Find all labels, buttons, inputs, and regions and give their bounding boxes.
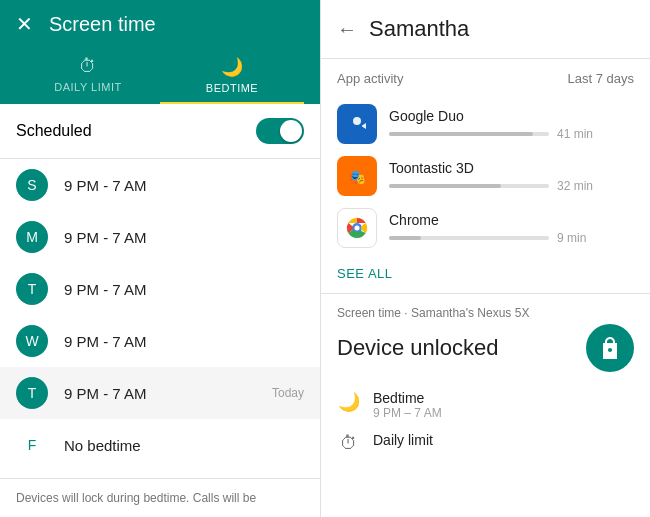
day-circle-s1: S — [16, 169, 48, 201]
day-row[interactable]: M 9 PM - 7 AM — [0, 211, 320, 263]
profile-name: Samantha — [369, 16, 469, 42]
app-item-duo[interactable]: Google Duo 41 min — [337, 98, 634, 150]
day-time-s1: 9 PM - 7 AM — [64, 177, 304, 194]
day-time-f: No bedtime — [64, 437, 304, 454]
app-info-chrome: Chrome 9 min — [389, 212, 634, 245]
scheduled-row: Scheduled — [0, 104, 320, 159]
tab-bedtime[interactable]: 🌙 BEDTIME — [160, 48, 304, 104]
moon-detail-icon: 🌙 — [337, 391, 361, 413]
footer-text: Devices will lock during bedtime. Calls … — [0, 478, 320, 517]
toontastic-icon: 🎭 — [337, 156, 377, 196]
svg-point-1 — [353, 117, 361, 125]
left-panel: ✕ Screen time ⏱ DAILY LIMIT 🌙 BEDTIME Sc… — [0, 0, 320, 517]
duo-icon — [337, 104, 377, 144]
detail-row-bedtime: 🌙 Bedtime 9 PM – 7 AM — [337, 384, 634, 426]
tab-daily-limit[interactable]: ⏱ DAILY LIMIT — [16, 48, 160, 104]
day-circle-f: F — [16, 429, 48, 461]
tab-daily-label: DAILY LIMIT — [54, 81, 121, 93]
app-time-toontastic: 32 min — [557, 179, 593, 193]
day-time-w: 9 PM - 7 AM — [64, 333, 304, 350]
svg-point-7 — [355, 226, 360, 231]
day-row[interactable]: S 9 PM - 7 AM — [0, 159, 320, 211]
device-details: 🌙 Bedtime 9 PM – 7 AM ⏱ Daily limit — [337, 384, 634, 460]
app-item-toontastic[interactable]: 🎭 Toontastic 3D 32 min — [337, 150, 634, 202]
bedtime-value: 9 PM – 7 AM — [373, 406, 442, 420]
toggle-thumb — [280, 120, 302, 142]
day-time-m: 9 PM - 7 AM — [64, 229, 304, 246]
back-arrow-icon[interactable]: ← — [337, 18, 357, 41]
moon-icon: 🌙 — [221, 56, 244, 78]
day-circle-w: W — [16, 325, 48, 357]
app-name-chrome: Chrome — [389, 212, 634, 228]
app-time-duo: 41 min — [557, 127, 593, 141]
svg-text:🎭: 🎭 — [349, 169, 367, 186]
app-item-chrome[interactable]: Chrome 9 min — [337, 202, 634, 254]
day-row[interactable]: S No bedtime — [0, 471, 320, 478]
app-name-duo: Google Duo — [389, 108, 634, 124]
device-section: Screen time · Samantha's Nexus 5X Device… — [321, 293, 650, 517]
app-activity-section: App activity Last 7 days Google Duo 41 m… — [321, 59, 650, 254]
scheduled-label: Scheduled — [16, 122, 92, 140]
app-info-duo: Google Duo 41 min — [389, 108, 634, 141]
screen-time-title: Screen time — [49, 13, 156, 36]
detail-row-daily: ⏱ Daily limit — [337, 426, 634, 460]
app-name-toontastic: Toontastic 3D — [389, 160, 634, 176]
app-activity-label: App activity — [337, 71, 403, 86]
daily-label: Daily limit — [373, 432, 433, 448]
unlock-icon[interactable] — [586, 324, 634, 372]
last-days-label: Last 7 days — [568, 71, 635, 86]
device-header: Device unlocked — [337, 324, 634, 372]
right-header: ← Samantha — [321, 0, 650, 59]
right-panel: ← Samantha App activity Last 7 days Goog… — [320, 0, 650, 517]
day-circle-t2: T — [16, 377, 48, 409]
close-icon[interactable]: ✕ — [16, 12, 33, 36]
app-info-toontastic: Toontastic 3D 32 min — [389, 160, 634, 193]
timer-icon: ⏱ — [79, 56, 98, 77]
device-title: Device unlocked — [337, 335, 498, 361]
day-circle-m: M — [16, 221, 48, 253]
day-row[interactable]: T 9 PM - 7 AM — [0, 263, 320, 315]
day-row-today[interactable]: T 9 PM - 7 AM Today — [0, 367, 320, 419]
tab-bedtime-label: BEDTIME — [206, 82, 258, 94]
today-tag: Today — [272, 386, 304, 400]
scheduled-toggle[interactable] — [256, 118, 304, 144]
app-activity-header: App activity Last 7 days — [337, 71, 634, 86]
timer-detail-icon: ⏱ — [337, 433, 361, 454]
bedtime-label: Bedtime — [373, 390, 442, 406]
app-time-chrome: 9 min — [557, 231, 586, 245]
chrome-icon — [337, 208, 377, 248]
day-time-t1: 9 PM - 7 AM — [64, 281, 304, 298]
left-header: ✕ Screen time ⏱ DAILY LIMIT 🌙 BEDTIME — [0, 0, 320, 104]
day-row[interactable]: W 9 PM - 7 AM — [0, 315, 320, 367]
day-circle-t1: T — [16, 273, 48, 305]
day-row[interactable]: F No bedtime — [0, 419, 320, 471]
day-time-t2: 9 PM - 7 AM — [64, 385, 272, 402]
tabs: ⏱ DAILY LIMIT 🌙 BEDTIME — [16, 48, 304, 104]
see-all-button[interactable]: SEE ALL — [321, 254, 650, 293]
day-list: S 9 PM - 7 AM M 9 PM - 7 AM T 9 PM - 7 A… — [0, 159, 320, 478]
device-subtitle: Screen time · Samantha's Nexus 5X — [337, 306, 634, 320]
